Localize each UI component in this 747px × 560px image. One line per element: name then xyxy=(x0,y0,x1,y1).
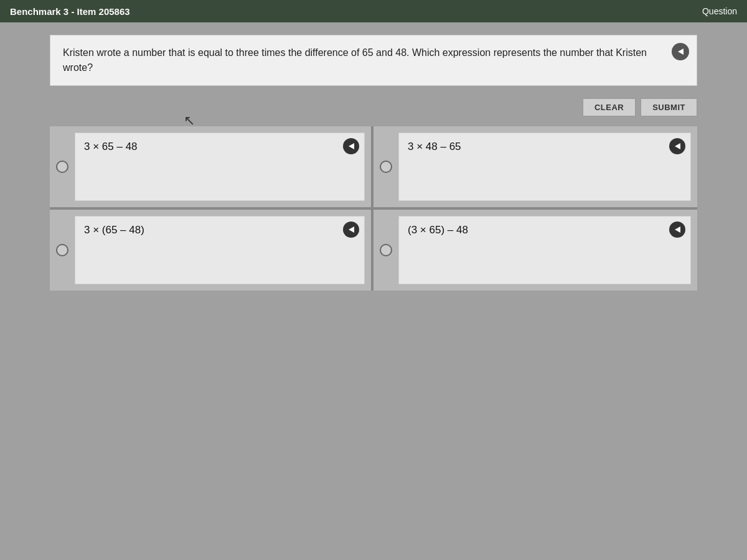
answer-a-audio-button[interactable] xyxy=(343,138,359,154)
speaker-icon xyxy=(678,49,684,55)
answer-expression-c: 3 × (65 – 48) xyxy=(84,224,144,236)
answer-d-audio-button[interactable] xyxy=(669,222,685,238)
question-text: Kristen wrote a number that is equal to … xyxy=(63,47,647,73)
answer-box-d[interactable]: (3 × 65) – 48 xyxy=(398,216,691,284)
answer-cell-d: (3 × 65) – 48 xyxy=(374,210,697,291)
submit-button[interactable]: SUBMIT xyxy=(641,98,697,116)
answer-expression-a: 3 × 65 – 48 xyxy=(84,141,138,152)
answer-cell-c: 3 × (65 – 48) xyxy=(50,210,374,291)
answer-expression-d: (3 × 65) – 48 xyxy=(408,224,468,236)
answer-cell-b: 3 × 48 – 65 xyxy=(374,126,697,210)
answer-box-c[interactable]: 3 × (65 – 48) xyxy=(75,216,365,284)
answers-grid: 3 × 65 – 48 3 × 48 – 65 3 × (65 – 48) xyxy=(50,126,697,291)
answer-cell-a: 3 × 65 – 48 xyxy=(50,126,374,210)
answer-c-audio-button[interactable] xyxy=(343,222,359,238)
toolbar: CLEAR SUBMIT xyxy=(50,98,697,116)
header-bar: Benchmark 3 - Item 205863 Question xyxy=(0,0,747,22)
answer-box-a[interactable]: 3 × 65 – 48 xyxy=(75,133,365,201)
header-title: Benchmark 3 - Item 205863 xyxy=(10,6,130,17)
answer-b-audio-button[interactable] xyxy=(669,138,685,154)
clear-button[interactable]: CLEAR xyxy=(583,98,636,116)
answer-radio-a[interactable] xyxy=(56,161,68,173)
speaker-icon-a xyxy=(349,143,354,149)
answer-radio-b[interactable] xyxy=(380,161,392,173)
answer-box-b[interactable]: 3 × 48 – 65 xyxy=(398,133,691,201)
answer-radio-c[interactable] xyxy=(56,244,68,256)
question-box: Kristen wrote a number that is equal to … xyxy=(50,35,697,86)
header-question-label: Question xyxy=(702,6,737,16)
speaker-icon-d xyxy=(675,226,680,233)
answer-radio-d[interactable] xyxy=(380,244,392,256)
answer-expression-b: 3 × 48 – 65 xyxy=(408,141,461,152)
main-content: Kristen wrote a number that is equal to … xyxy=(0,22,747,303)
speaker-icon-b xyxy=(675,143,680,149)
question-audio-button[interactable] xyxy=(672,43,689,60)
speaker-icon-c xyxy=(349,226,354,233)
